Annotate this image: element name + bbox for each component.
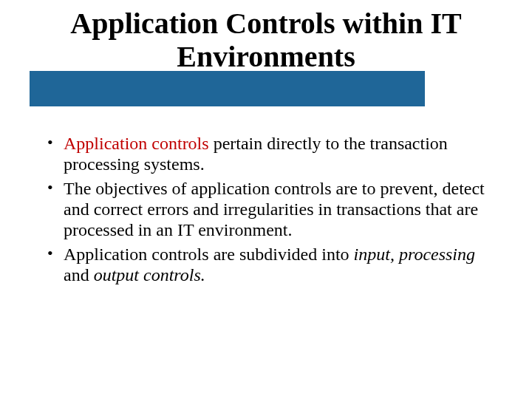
slide-title: Application Controls within IT Environme… (0, 7, 532, 74)
bullet-item: Application controls are subdivided into… (46, 244, 489, 286)
italic-text: input, processing (354, 245, 475, 264)
bullet-item: The objectives of application controls a… (46, 178, 489, 241)
italic-text: output controls. (94, 265, 205, 284)
slide: Application Controls within IT Environme… (0, 0, 532, 399)
title-accent-bar (30, 71, 425, 106)
bullet-item: Application controls pertain directly to… (46, 133, 489, 175)
highlight-text: Application controls (64, 134, 209, 153)
bullet-text: and (64, 265, 94, 284)
bullet-list: Application controls pertain directly to… (46, 133, 489, 288)
bullet-text: Application controls are subdivided into (64, 245, 354, 264)
bullet-text: The objectives of application controls a… (64, 179, 485, 240)
